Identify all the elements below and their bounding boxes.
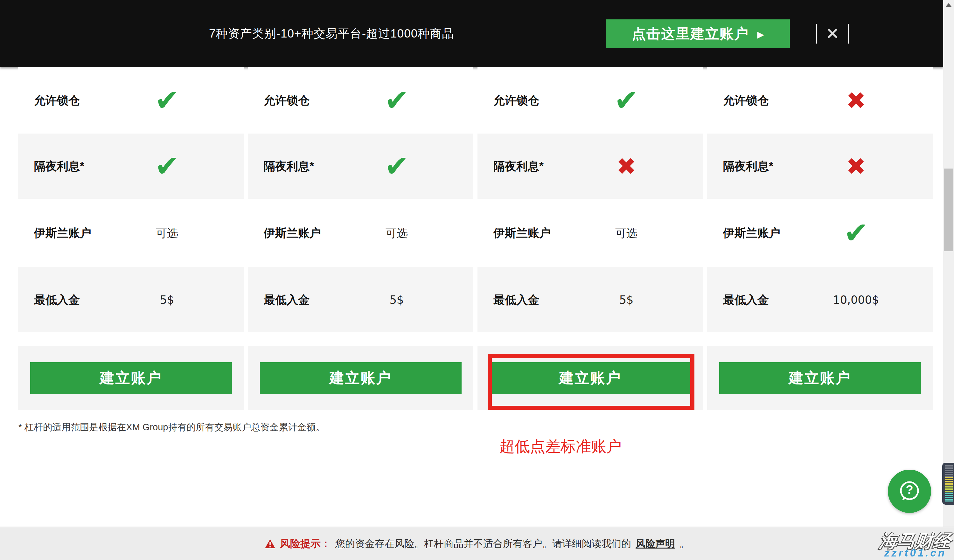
feature-cell: 伊斯兰账户 可选 [248, 199, 473, 267]
feature-label: 隔夜利息* [723, 159, 773, 174]
feature-cell: 最低入金 5$ [18, 267, 244, 332]
account-comparison-table: 允许锁仓 允许锁仓 允许锁仓 允许锁仓 隔夜利息* 隔夜利息* 隔夜利息* [18, 67, 933, 410]
feature-label: 隔夜利息* [34, 159, 84, 174]
feature-value [616, 154, 636, 178]
feature-value [843, 218, 868, 248]
feature-cell: 隔夜利息* [248, 134, 473, 199]
feature-label: 伊斯兰账户 [493, 225, 551, 241]
button-cell: 建立账户 [707, 346, 933, 410]
arrow-right-icon: ▶ [757, 28, 764, 40]
feature-value: 5$ [390, 294, 404, 306]
feature-value: 5$ [160, 294, 174, 306]
feature-value: 可选 [615, 226, 638, 240]
red-annotation-label: 超低点差标准账户 [499, 436, 622, 457]
top-promo-bar: 7种资产类别-10+种交易平台-超过1000种商品 点击这里建立账户 ▶ ✕ [0, 0, 943, 67]
feature-label: 允许锁仓 [264, 93, 310, 108]
scrollbar-thumb[interactable] [944, 168, 953, 251]
button-cell: 建立账户 [248, 346, 473, 410]
warning-triangle-icon [265, 539, 276, 549]
feature-cell: 伊斯兰账户 [707, 199, 933, 267]
feature-value [846, 89, 866, 112]
close-icon: ✕ [826, 25, 839, 42]
table-row-swap: 隔夜利息* 隔夜利息* 隔夜利息* 隔夜利息* [18, 134, 933, 199]
feature-cell: 隔夜利息* [707, 134, 933, 199]
create-account-button-1[interactable]: 建立账户 [30, 362, 232, 394]
feature-label: 隔夜利息* [264, 159, 314, 174]
feature-value: 5$ [619, 294, 634, 306]
feature-label: 伊斯兰账户 [264, 225, 321, 241]
feature-cell: 允许锁仓 [248, 67, 473, 134]
feature-value: 可选 [385, 226, 408, 240]
feature-label: 最低入金 [493, 292, 539, 308]
scroll-capture-indicator [942, 463, 954, 505]
feature-value [614, 86, 638, 115]
button-cell: 建立账户 [18, 346, 244, 410]
feature-value [384, 152, 409, 181]
feature-label: 伊斯兰账户 [723, 225, 780, 241]
feature-cell: 最低入金 5$ [477, 267, 703, 332]
question-bubble-icon: ? [896, 478, 923, 505]
feature-cell: 最低入金 10,000$ [707, 267, 933, 332]
feature-cell: 伊斯兰账户 可选 [477, 199, 703, 267]
feature-label: 最低入金 [723, 292, 769, 308]
feature-value [846, 154, 866, 178]
create-account-button-3[interactable]: 建立账户 [489, 362, 691, 394]
feature-value: 可选 [156, 226, 178, 240]
leverage-footnote: * 杠杆的适用范围是根据在XM Group持有的所有交易账户总资金累计金额。 [19, 421, 325, 434]
scrollbar-up-arrow[interactable] [945, 3, 952, 7]
promo-title: 7种资产类别-10+种交易平台-超过1000种商品 [209, 0, 454, 67]
feature-value [384, 86, 409, 115]
risk-disclosure-link[interactable]: 风险声明 [636, 537, 675, 551]
table-row-hedging: 允许锁仓 允许锁仓 允许锁仓 允许锁仓 [18, 67, 933, 134]
indicator-gray-stripes [945, 465, 953, 477]
indicator-teal-stripes [945, 493, 953, 502]
watermark-domain: zzrt01.cn [884, 547, 946, 559]
table-row-buttons: 建立账户 建立账户 建立账户 建立账户 [18, 346, 933, 410]
feature-cell: 隔夜利息* [18, 134, 244, 199]
table-row-islamic: 伊斯兰账户 可选 伊斯兰账户 可选 伊斯兰账户 可选 伊斯兰账户 [18, 199, 933, 267]
indicator-lime-stripes [945, 486, 953, 493]
feature-cell: 允许锁仓 [707, 67, 933, 134]
feature-cell: 隔夜利息* [477, 134, 703, 199]
svg-text:?: ? [906, 483, 913, 496]
risk-warning-suffix: 。 [680, 537, 689, 551]
scrollbar-track[interactable] [943, 0, 954, 527]
feature-cell: 最低入金 5$ [248, 267, 473, 332]
feature-cell: 允许锁仓 [477, 67, 703, 134]
feature-label: 允许锁仓 [34, 93, 80, 108]
risk-warning-label: 风险提示： [280, 537, 331, 551]
feature-label: 最低入金 [34, 292, 80, 308]
feature-label: 允许锁仓 [493, 93, 539, 108]
indicator-yellow-stripes [945, 477, 953, 486]
feature-label: 隔夜利息* [493, 159, 544, 174]
create-account-button-4[interactable]: 建立账户 [719, 362, 921, 394]
help-chat-button[interactable]: ? [888, 470, 931, 513]
cta-label: 点击这里建立账户 [632, 25, 749, 43]
feature-value: 10,000$ [833, 294, 879, 306]
feature-label: 最低入金 [264, 292, 310, 308]
feature-value [154, 86, 179, 115]
close-button[interactable]: ✕ [816, 24, 849, 44]
feature-label: 允许锁仓 [723, 93, 769, 108]
create-account-button-2[interactable]: 建立账户 [260, 362, 461, 394]
feature-label: 伊斯兰账户 [34, 225, 91, 241]
create-account-cta-button[interactable]: 点击这里建立账户 ▶ [606, 19, 790, 48]
risk-warning-text: 您的资金存在风险。杠杆商品并不适合所有客户。请详细阅读我们的 [335, 537, 631, 551]
feature-cell: 伊斯兰账户 可选 [18, 199, 244, 267]
button-cell: 建立账户 [477, 346, 703, 410]
risk-warning-bar: 风险提示： 您的资金存在风险。杠杆商品并不适合所有客户。请详细阅读我们的风险声明… [0, 527, 954, 560]
feature-value [154, 152, 179, 181]
table-row-min-deposit: 最低入金 5$ 最低入金 5$ 最低入金 5$ 最低入金 10,000$ [18, 267, 933, 332]
feature-cell: 允许锁仓 [18, 67, 244, 134]
